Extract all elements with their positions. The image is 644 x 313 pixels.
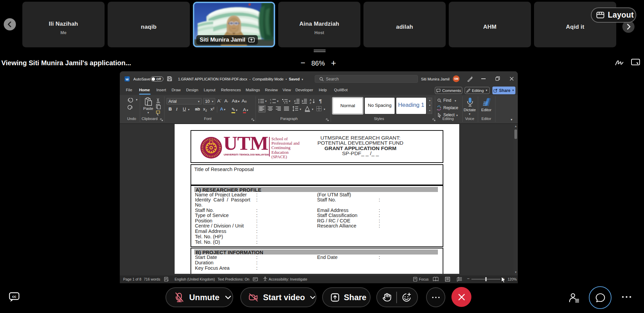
svg-text:1: 1	[270, 99, 271, 101]
svg-text:Z: Z	[310, 101, 311, 104]
svg-text:A: A	[310, 98, 312, 101]
svg-text:c: c	[437, 109, 438, 111]
svg-text:W: W	[126, 77, 129, 81]
svg-text:2: 2	[270, 102, 271, 104]
svg-text:cc: cc	[12, 294, 16, 298]
svg-text:b: b	[440, 106, 441, 109]
